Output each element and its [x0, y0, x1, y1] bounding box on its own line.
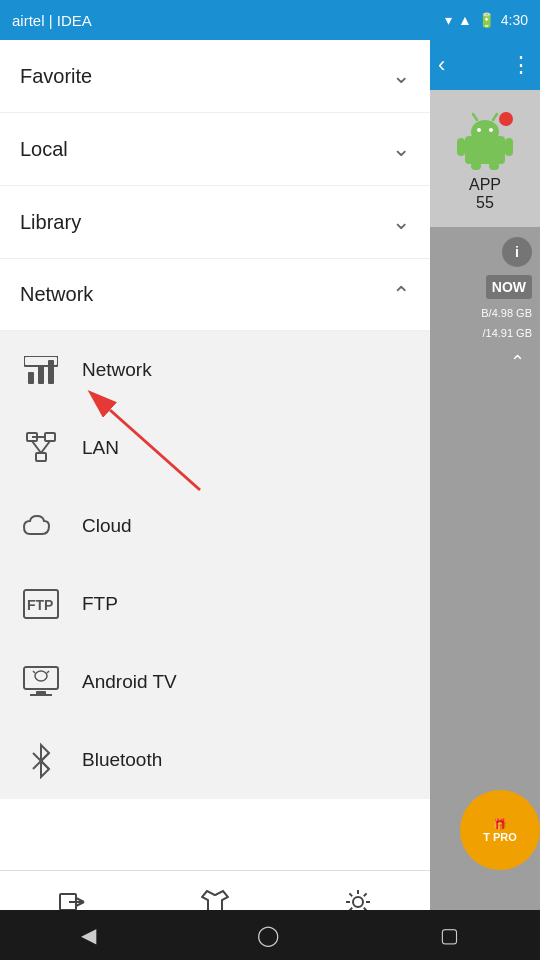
network-sub-item-lan-label: LAN [82, 437, 119, 459]
svg-rect-1 [38, 366, 44, 384]
svg-line-31 [473, 114, 477, 120]
storage-text-2: /14.91 GB [482, 327, 532, 339]
network-sub-item-cloud[interactable]: Cloud [0, 487, 430, 565]
network-sub-item-lan[interactable]: LAN [0, 409, 430, 487]
carrier-info: airtel | IDEA [12, 12, 92, 29]
main-container: Favorite ⌄ Local ⌄ Library ⌄ Network ⌃ [0, 40, 540, 960]
favorite-chevron: ⌄ [392, 63, 410, 89]
wifi-icon [20, 356, 62, 384]
svg-line-8 [41, 441, 50, 453]
info-button[interactable]: i [502, 237, 532, 267]
android-nav-bar: ◀ ◯ ▢ [0, 910, 540, 960]
app-label: APP [469, 176, 501, 194]
recents-nav-button[interactable]: ▢ [440, 923, 459, 947]
network-section: Network ⌃ Network [0, 259, 430, 799]
svg-rect-0 [28, 372, 34, 384]
library-label: Library [20, 211, 81, 234]
svg-point-30 [489, 128, 493, 132]
local-header[interactable]: Local ⌄ [0, 113, 430, 185]
get-pro-label: T PRO [483, 831, 517, 843]
network-label: Network [20, 283, 93, 306]
status-icons: ▾ ▲ 🔋 4:30 [445, 12, 528, 28]
app-icon-area: APP 55 [430, 90, 540, 227]
back-button[interactable]: ‹ [438, 52, 445, 78]
network-header[interactable]: Network ⌃ [0, 259, 430, 331]
favorite-section: Favorite ⌄ [0, 40, 430, 113]
library-header[interactable]: Library ⌄ [0, 186, 430, 258]
right-panel-header: ‹ ⋮ [430, 40, 540, 90]
network-sub-item-network[interactable]: Network [0, 331, 430, 409]
wifi-icon: ▾ [445, 12, 452, 28]
local-chevron: ⌄ [392, 136, 410, 162]
home-nav-button[interactable]: ◯ [257, 923, 279, 947]
network-sub-item-androidtv[interactable]: Android TV [0, 643, 430, 721]
svg-line-16 [33, 671, 35, 673]
status-bar: airtel | IDEA ▾ ▲ 🔋 4:30 [0, 0, 540, 40]
svg-line-32 [493, 114, 497, 120]
svg-rect-35 [471, 162, 481, 170]
right-panel: ‹ ⋮ [430, 40, 540, 960]
favorite-label: Favorite [20, 65, 92, 88]
notification-dot [499, 112, 513, 126]
svg-rect-5 [45, 433, 55, 441]
network-sub-item-ftp-label: FTP [82, 593, 118, 615]
svg-line-17 [47, 671, 49, 673]
network-sub-item-cloud-label: Cloud [82, 515, 132, 537]
library-section: Library ⌄ [0, 186, 430, 259]
local-label: Local [20, 138, 68, 161]
bluetooth-icon [20, 741, 62, 779]
local-section: Local ⌄ [0, 113, 430, 186]
svg-text:FTP: FTP [27, 597, 53, 613]
network-sub-item-androidtv-label: Android TV [82, 671, 177, 693]
cloud-icon [20, 512, 62, 540]
network-items-list: Network LAN [0, 331, 430, 799]
lan-icon [20, 431, 62, 465]
svg-rect-34 [505, 138, 513, 156]
carrier-text: airtel | IDEA [12, 12, 92, 29]
storage-text-1: B/4.98 GB [481, 307, 532, 319]
network-sub-item-bluetooth-label: Bluetooth [82, 749, 162, 771]
svg-rect-33 [457, 138, 465, 156]
network-chevron-up: ⌃ [392, 282, 410, 308]
favorite-header[interactable]: Favorite ⌄ [0, 40, 430, 112]
network-sub-item-bluetooth[interactable]: Bluetooth [0, 721, 430, 799]
time-text: 4:30 [501, 12, 528, 28]
network-sub-item-network-label: Network [82, 359, 152, 381]
more-options-button[interactable]: ⋮ [510, 52, 532, 78]
svg-line-7 [32, 441, 41, 453]
svg-point-15 [35, 671, 47, 681]
now-badge: NOW [486, 275, 532, 299]
battery-icon: 🔋 [478, 12, 495, 28]
svg-rect-2 [48, 360, 54, 384]
svg-point-29 [477, 128, 481, 132]
ftp-icon: FTP [20, 588, 62, 620]
svg-rect-36 [489, 162, 499, 170]
scroll-up-button[interactable]: ⌃ [502, 347, 532, 377]
svg-point-28 [471, 120, 499, 144]
tv-icon [20, 665, 62, 699]
android-icon [455, 110, 515, 170]
get-pro-icon: 🎁 [493, 818, 507, 831]
app-number: 55 [476, 194, 494, 212]
network-sub-item-ftp[interactable]: FTP FTP [0, 565, 430, 643]
svg-point-24 [353, 897, 363, 907]
get-pro-button[interactable]: 🎁 T PRO [460, 790, 540, 870]
svg-rect-6 [36, 453, 46, 461]
back-nav-button[interactable]: ◀ [81, 923, 96, 947]
library-chevron: ⌄ [392, 209, 410, 235]
signal-icon: ▲ [458, 12, 472, 28]
drawer-menu: Favorite ⌄ Local ⌄ Library ⌄ Network ⌃ [0, 40, 430, 960]
